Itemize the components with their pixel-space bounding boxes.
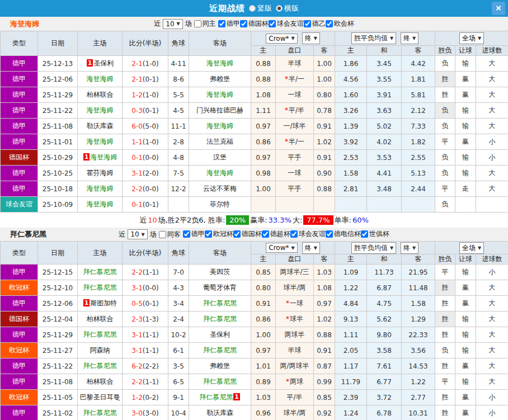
league-label: 德电信杯 bbox=[334, 229, 361, 239]
team-link[interactable]: 柏林联合 bbox=[87, 91, 114, 98]
team-link[interactable]: 云达不莱梅 bbox=[203, 185, 237, 192]
team-link[interactable]: 海登海姆 bbox=[90, 153, 117, 161]
match-date: 25-11-05 bbox=[38, 390, 78, 405]
checkbox[interactable] bbox=[218, 20, 225, 27]
checkbox[interactable] bbox=[326, 230, 333, 238]
team-link[interactable]: 拜仁慕尼黑 bbox=[203, 346, 237, 354]
team-link[interactable]: 海登海姆 bbox=[87, 185, 114, 192]
layout-vertical-radio[interactable]: 竖版 bbox=[249, 3, 272, 13]
full-match-select[interactable]: 全场▼ bbox=[459, 242, 484, 254]
team-link[interactable]: 弗赖堡 bbox=[210, 75, 230, 83]
checkbox[interactable] bbox=[326, 20, 333, 27]
league-label: 德国杯 bbox=[242, 229, 262, 239]
league-checkbox[interactable]: 德国杯 bbox=[240, 19, 269, 29]
avg-time-select[interactable]: 终▼ bbox=[401, 32, 418, 44]
team-link[interactable]: 葡萄牙体育 bbox=[203, 284, 237, 291]
team-link[interactable]: 勒沃库森 bbox=[87, 122, 114, 130]
checkbox[interactable] bbox=[194, 20, 201, 27]
team-link[interactable]: 斯图加特 bbox=[90, 299, 117, 307]
team-link[interactable]: 拜仁慕尼黑 bbox=[203, 299, 237, 307]
odds-company-select[interactable]: Crow*▼ bbox=[266, 243, 297, 253]
team-link[interactable]: 汉堡 bbox=[213, 153, 227, 161]
odds-company-value: Crow* bbox=[269, 244, 289, 252]
layout-vertical-label: 竖版 bbox=[257, 3, 272, 13]
team-link[interactable]: 阿森纳 bbox=[90, 346, 110, 354]
odds-time-select[interactable]: 终▼ bbox=[302, 242, 320, 254]
team-link[interactable]: 柏林联合 bbox=[87, 377, 114, 385]
avg-time-select[interactable]: 终▼ bbox=[401, 242, 418, 254]
team-link[interactable]: 柏林联合 bbox=[87, 315, 114, 323]
checkbox[interactable] bbox=[304, 20, 311, 27]
checkbox[interactable] bbox=[262, 230, 269, 238]
home-team-cell: 海登海姆 bbox=[78, 197, 123, 213]
recent-count-select[interactable]: 10▼ bbox=[163, 19, 182, 29]
checkbox[interactable] bbox=[361, 230, 368, 238]
team-link[interactable]: 海登海姆 bbox=[87, 200, 114, 208]
col-avg-draw: 和 bbox=[367, 46, 402, 56]
team-link[interactable]: 海登海姆 bbox=[87, 75, 114, 83]
team-link[interactable]: 勒沃库森 bbox=[206, 409, 233, 417]
team-link[interactable]: 海登海姆 bbox=[206, 91, 233, 98]
team-link[interactable]: 圣保利 bbox=[93, 59, 114, 67]
team-link[interactable]: 圣保利 bbox=[210, 331, 230, 338]
checkbox[interactable] bbox=[240, 20, 247, 27]
avg-odds-select[interactable]: 胜平负均值▼ bbox=[351, 242, 396, 254]
checkbox[interactable] bbox=[183, 230, 190, 238]
odds-away: 0.80 bbox=[314, 87, 335, 103]
full-time-score: 0-1 bbox=[131, 201, 143, 209]
team-link[interactable]: 菲尔特 bbox=[210, 200, 230, 208]
team-link[interactable]: 弗赖堡 bbox=[210, 362, 230, 370]
team-link[interactable]: 海登海姆 bbox=[87, 138, 114, 145]
league-checkbox[interactable]: 德甲 bbox=[183, 229, 205, 239]
checkbox[interactable] bbox=[205, 230, 212, 238]
close-button[interactable]: × bbox=[492, 2, 505, 15]
team-link[interactable]: 拜仁慕尼黑 bbox=[83, 284, 117, 291]
score-cell: 2-3(1-3) bbox=[123, 312, 168, 327]
team-link[interactable]: 美因茨 bbox=[210, 268, 230, 276]
team-link[interactable]: 拜仁慕尼黑 bbox=[83, 331, 117, 338]
league-checkbox[interactable]: 德乙 bbox=[304, 19, 326, 29]
team-link[interactable]: 拜仁慕尼黑 bbox=[203, 315, 237, 323]
team-link[interactable]: 拜仁慕尼黑 bbox=[83, 409, 117, 417]
team-link[interactable]: 拜仁慕尼黑 bbox=[83, 268, 117, 276]
league-checkbox[interactable]: 德甲 bbox=[218, 19, 240, 29]
team-link[interactable]: 拜仁慕尼黑 bbox=[199, 393, 233, 401]
recent-count-select[interactable]: 10▼ bbox=[128, 229, 147, 239]
rank-badge: 1 bbox=[83, 299, 90, 306]
checkbox[interactable] bbox=[269, 20, 276, 27]
score-cell: 1-1(1-0) bbox=[123, 134, 168, 150]
odds-time-select[interactable]: 终▼ bbox=[302, 32, 320, 44]
league-checkbox[interactable]: 德国杯 bbox=[233, 229, 262, 239]
team-link[interactable]: 海登海姆 bbox=[206, 122, 233, 130]
checkbox[interactable] bbox=[159, 231, 166, 238]
team-link[interactable]: 海登海姆 bbox=[206, 169, 233, 177]
avg-odds-select[interactable]: 胜平负均值▼ bbox=[351, 32, 396, 44]
col-handicap: 盘口 bbox=[276, 46, 314, 56]
odds-company-select[interactable]: Crow*▼ bbox=[266, 34, 297, 44]
league-checkbox[interactable]: 德超杯 bbox=[262, 229, 290, 239]
league-checkbox[interactable]: 球会友谊 bbox=[269, 19, 304, 29]
team-link[interactable]: 门兴格拉德巴赫 bbox=[196, 106, 243, 114]
same-venue-checkbox[interactable]: 同客 bbox=[159, 230, 181, 239]
team-link[interactable]: 法兰克福 bbox=[206, 138, 233, 145]
league-checkbox[interactable]: 世俱杯 bbox=[361, 229, 389, 239]
checkbox[interactable] bbox=[290, 230, 298, 238]
team-link[interactable]: 海登海姆 bbox=[206, 59, 233, 67]
checkbox[interactable] bbox=[233, 230, 241, 238]
league-checkbox[interactable]: 德电信杯 bbox=[326, 229, 361, 239]
corner-score: 2-4 bbox=[168, 312, 189, 327]
team-link[interactable]: 巴黎圣日耳曼 bbox=[80, 393, 120, 401]
full-time-score: 2-2 bbox=[131, 185, 143, 193]
full-match-select[interactable]: 全场▼ bbox=[459, 32, 484, 44]
team-link[interactable]: 拜仁慕尼黑 bbox=[83, 362, 117, 370]
layout-horizontal-radio[interactable]: 横版 bbox=[276, 3, 299, 13]
col-score: 比分(半场) bbox=[123, 242, 168, 265]
team-link[interactable]: 海登海姆 bbox=[87, 106, 114, 114]
result-goals: 大 bbox=[476, 56, 508, 72]
team-link[interactable]: 霍芬海姆 bbox=[87, 169, 114, 177]
league-checkbox[interactable]: 欧冠杯 bbox=[205, 229, 233, 239]
league-checkbox[interactable]: 球会友谊 bbox=[290, 229, 326, 239]
team-link[interactable]: 拜仁慕尼黑 bbox=[203, 377, 237, 385]
league-checkbox[interactable]: 欧会杯 bbox=[326, 19, 354, 29]
same-venue-checkbox[interactable]: 同主 bbox=[194, 19, 216, 29]
